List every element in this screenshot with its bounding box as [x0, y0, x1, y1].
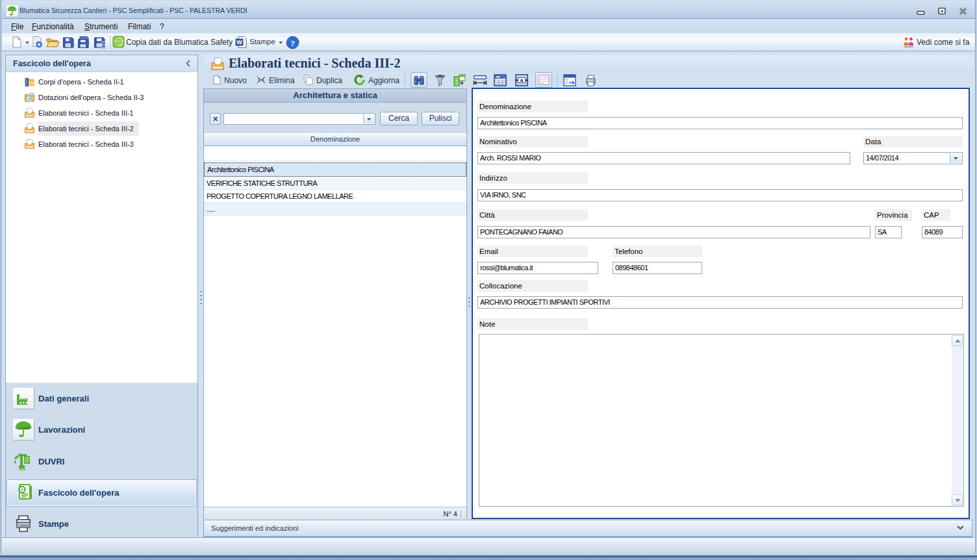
- svg-text:W: W: [236, 39, 242, 45]
- svg-text:a: a: [520, 77, 524, 83]
- svg-text:?: ?: [290, 38, 295, 48]
